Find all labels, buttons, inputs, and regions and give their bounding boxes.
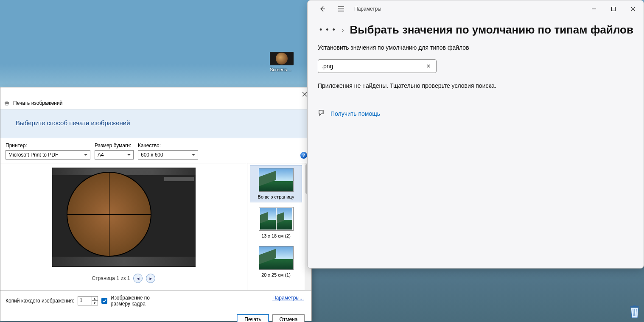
svg-rect-1 xyxy=(6,101,8,102)
help-icon[interactable]: ? xyxy=(300,152,307,159)
clear-search-icon[interactable]: ✕ xyxy=(424,62,433,70)
hamburger-menu-icon[interactable] xyxy=(334,2,348,16)
printer-label: Принтер: xyxy=(6,143,90,148)
printer-icon xyxy=(4,100,10,106)
printer-select[interactable]: Microsoft Print to PDF xyxy=(6,150,90,160)
copies-value: 1 xyxy=(80,297,83,303)
page-counter: Страница 1 из 1 xyxy=(92,275,130,281)
settings-window: Параметры • • • › Выбрать значения по ум… xyxy=(307,0,644,269)
paper-size-label: Размер бумаги: xyxy=(95,143,134,148)
layout-list: Во всю страницу 13 x 18 см (2) 20 x 25 с… xyxy=(247,163,311,290)
instruction-bar: Выберите способ печати изображений xyxy=(0,109,311,138)
quality-select[interactable]: 600 x 600 xyxy=(138,150,198,160)
print-preview-pane: Страница 1 из 1 ◄ ► xyxy=(0,163,247,290)
dialog-actions: Печать Отмена xyxy=(0,311,311,322)
printer-value: Microsoft Print to PDF xyxy=(8,152,58,158)
copies-row: Копий каждого изображения: 1 ▲ ▼ Изображ… xyxy=(0,290,311,311)
print-options-row: Принтер: Microsoft Print to PDF Размер б… xyxy=(0,138,311,163)
paper-size-select[interactable]: A4 xyxy=(95,150,134,160)
params-link[interactable]: Параметры... xyxy=(272,295,304,301)
layout-label: Во всю страницу xyxy=(258,194,294,199)
filetype-search-field[interactable]: ✕ xyxy=(318,59,437,73)
dialog-titlebar: Печать изображений xyxy=(0,87,311,109)
print-pictures-dialog: Печать изображений Выберите способ печат… xyxy=(0,87,312,321)
layout-20x25[interactable]: 20 x 25 см (1) xyxy=(250,243,302,280)
breadcrumb-more-icon[interactable]: • • • xyxy=(319,25,336,34)
prev-page-button[interactable]: ◄ xyxy=(133,274,143,283)
back-button[interactable] xyxy=(315,2,330,16)
window-minimize-button[interactable] xyxy=(584,2,604,16)
paper-size-value: A4 xyxy=(98,152,104,158)
get-help-row: Получить помощь xyxy=(318,109,644,118)
settings-heading-row: • • • › Выбрать значения по умолчанию по… xyxy=(308,17,644,44)
svg-point-4 xyxy=(322,112,323,112)
file-thumbnail xyxy=(270,52,294,65)
fit-frame-label: Изображение по размеру кадра xyxy=(111,295,170,307)
copies-label: Копий каждого изображения: xyxy=(6,298,74,304)
settings-titlebar: Параметры xyxy=(308,0,644,17)
chevron-right-icon: › xyxy=(342,27,344,34)
file-label: Screenshot_… xyxy=(270,67,294,72)
app-name: Параметры xyxy=(354,6,381,12)
cancel-button[interactable]: Отмена xyxy=(272,314,305,322)
spin-down-icon[interactable]: ▼ xyxy=(92,301,98,305)
layout-13x18[interactable]: 13 x 18 см (2) xyxy=(250,204,302,241)
quality-value: 600 x 600 xyxy=(141,152,163,158)
next-page-button[interactable]: ► xyxy=(146,274,155,283)
window-close-button[interactable] xyxy=(623,2,643,16)
desktop-file-icon[interactable]: Screenshot_… xyxy=(270,52,294,72)
help-bubble-icon xyxy=(318,109,325,118)
window-maximize-button[interactable] xyxy=(604,2,623,16)
layout-full-page[interactable]: Во всю страницу xyxy=(250,165,302,202)
dialog-title: Печать изображений xyxy=(13,100,62,106)
quality-label: Качество: xyxy=(138,143,198,148)
preview-page xyxy=(52,168,196,267)
svg-rect-3 xyxy=(612,7,616,11)
print-button[interactable]: Печать xyxy=(237,314,269,322)
fit-frame-checkbox[interactable] xyxy=(101,298,107,304)
spin-up-icon[interactable]: ▲ xyxy=(92,297,98,301)
page-title: Выбрать значения по умолчанию по типам ф… xyxy=(350,23,633,36)
page-subtitle: Установить значения по умолчанию для тип… xyxy=(318,44,644,51)
svg-rect-2 xyxy=(6,104,8,105)
layout-label: 13 x 18 см (2) xyxy=(261,233,291,238)
no-apps-message: Приложения не найдены. Тщательно проверь… xyxy=(318,82,644,89)
recycle-bin-icon[interactable] xyxy=(629,304,641,319)
layout-label: 20 x 25 см (1) xyxy=(261,272,291,277)
get-help-link[interactable]: Получить помощь xyxy=(330,110,380,117)
search-input[interactable] xyxy=(322,63,424,70)
copies-spinner[interactable]: 1 ▲ ▼ xyxy=(78,296,98,305)
